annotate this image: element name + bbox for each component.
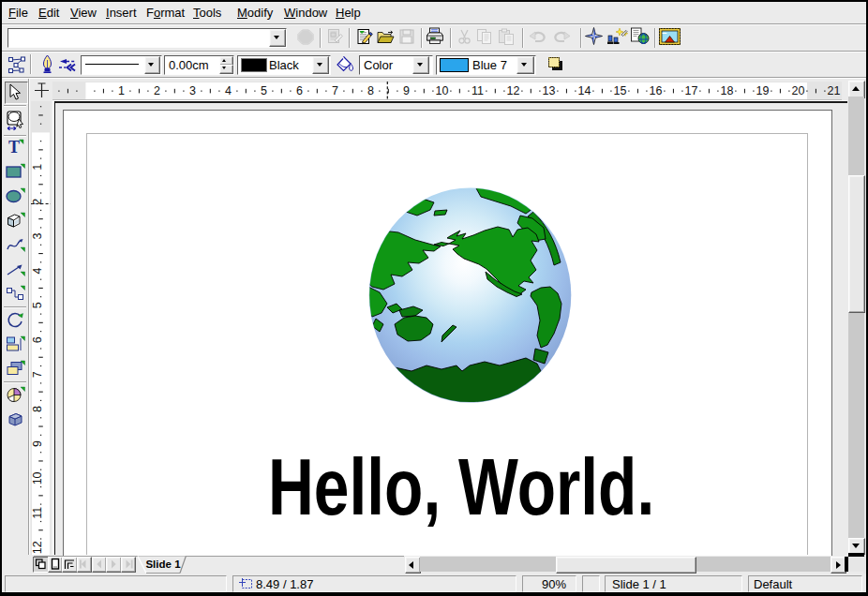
svg-text:12: 12: [31, 541, 44, 554]
svg-text:10: 10: [435, 84, 448, 97]
svg-text:8: 8: [31, 406, 44, 412]
svg-text:T: T: [8, 139, 20, 156]
svg-text:10: 10: [31, 471, 44, 484]
svg-text:1: 1: [31, 164, 44, 171]
svg-text:4: 4: [225, 84, 232, 97]
svg-text:8: 8: [367, 84, 374, 97]
svg-text:9: 9: [31, 440, 44, 447]
svg-text:12: 12: [506, 84, 519, 97]
svg-text:18: 18: [720, 84, 733, 97]
svg-text:19: 19: [756, 84, 769, 97]
svg-text:17: 17: [684, 84, 697, 97]
svg-text:1: 1: [118, 84, 125, 97]
svg-text:3: 3: [189, 84, 196, 97]
svg-text:7: 7: [31, 371, 44, 378]
svg-text:11: 11: [31, 507, 44, 519]
svg-text:Slide 1: Slide 1: [145, 559, 181, 570]
svg-text:7: 7: [332, 84, 338, 97]
svg-text:5: 5: [261, 84, 267, 97]
svg-text:20: 20: [791, 84, 804, 97]
svg-text:6: 6: [296, 84, 303, 97]
svg-text:11: 11: [471, 84, 484, 97]
svg-text:16: 16: [649, 84, 662, 97]
svg-text:5: 5: [31, 302, 44, 308]
svg-text:14: 14: [577, 84, 591, 97]
svg-text:3: 3: [31, 233, 44, 240]
svg-text:9: 9: [403, 84, 410, 97]
svg-text:13: 13: [542, 84, 555, 97]
svg-text:15: 15: [613, 84, 626, 97]
svg-text:21: 21: [827, 84, 840, 97]
svg-text:2: 2: [154, 84, 160, 97]
svg-text:4: 4: [31, 267, 44, 274]
svg-text:6: 6: [31, 336, 44, 343]
